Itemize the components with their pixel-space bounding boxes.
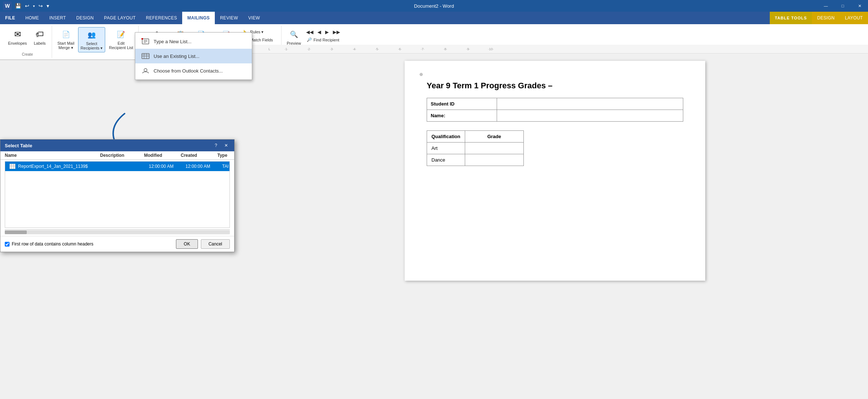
use-existing-list-item[interactable]: Use an Existing List...	[135, 49, 252, 60]
select-recipients-button[interactable]: 👥 SelectRecipients ▾	[78, 27, 105, 52]
ruler-mark-4: ·4·	[343, 47, 366, 51]
edit-recipient-icon: 📝	[115, 29, 127, 40]
tab-view[interactable]: VIEW	[243, 12, 265, 24]
ribbon-group-create: ✉ Envelopes 🏷 Labels Create	[3, 26, 52, 58]
labels-label: Labels	[34, 41, 45, 45]
select-recipients-dropdown: Type a New List... Use an Existing List.…	[135, 32, 252, 60]
start-buttons: 📄 Start MailMerge ▾ 👥 SelectRecipients ▾…	[55, 27, 135, 56]
minimize-button[interactable]: —	[817, 0, 834, 12]
ruler-mark-2: ·2·	[298, 47, 320, 51]
labels-icon: 🏷	[34, 29, 45, 40]
maximize-button[interactable]: □	[834, 0, 851, 12]
type-new-list-label: Type a New List...	[154, 39, 191, 44]
ruler-mark-3: ·3·	[320, 47, 343, 51]
tab-pagelayout[interactable]: PAGE LAYOUT	[99, 12, 141, 24]
tab-mailings[interactable]: MAILINGS	[182, 12, 215, 24]
tab-references[interactable]: REFERENCES	[141, 12, 182, 24]
svg-rect-5	[142, 53, 149, 59]
tab-design[interactable]: DESIGN	[71, 12, 99, 24]
next-record-button[interactable]: ▶	[324, 29, 330, 36]
ribbon-group-start: 📄 Start MailMerge ▾ 👥 SelectRecipients ▾…	[52, 26, 139, 58]
quick-access-toolbar: 💾 ↩ ▾ ↪ ▾	[14, 2, 50, 10]
title-bar: W 💾 ↩ ▾ ↪ ▾ Document2 - Word — □ ✕	[0, 0, 868, 12]
edit-recipient-list-button[interactable]: 📝 EditRecipient List	[107, 27, 135, 51]
envelopes-icon: ✉	[12, 29, 23, 40]
match-fields-label: Match Fields	[250, 38, 273, 42]
preview-results-icon: 🔍	[288, 29, 300, 40]
edit-recipient-label: EditRecipient List	[109, 41, 133, 50]
tab-home[interactable]: HOME	[20, 12, 44, 24]
select-recipients-icon: 👥	[86, 29, 98, 41]
ruler-mark-6: ·6·	[389, 47, 411, 51]
tab-tabletools-design[interactable]: DESIGN	[812, 12, 840, 24]
ruler: L ·1· ·2· ·3· ·4· ·5· ·6· ·7· ·8· ·9· ·1…	[242, 45, 868, 53]
find-recipient-button[interactable]: 🔎 Find Recipient	[305, 36, 342, 43]
start-mail-merge-label: Start MailMerge ▾	[57, 41, 74, 50]
envelopes-label: Envelopes	[8, 41, 27, 45]
window-controls: — □ ✕	[817, 0, 868, 12]
ruler-mark-9: ·9·	[457, 47, 479, 51]
document-area: L ·1· ·2· ·3· ·4· ·5· ·6· ·7· ·8· ·9· ·1…	[242, 45, 868, 60]
use-existing-list-label: Use an Existing List...	[154, 53, 199, 59]
tab-tabletools-layout[interactable]: LAYOUT	[840, 12, 868, 24]
ruler-mark-1: ·1·	[275, 47, 298, 51]
ruler-mark-10: ·10·	[479, 47, 502, 51]
save-button[interactable]: 💾	[14, 2, 22, 10]
redo-button[interactable]: ↪	[37, 2, 44, 10]
ribbon-tabs: FILE HOME INSERT DESIGN PAGE LAYOUT REFE…	[0, 12, 868, 24]
tab-insert[interactable]: INSERT	[44, 12, 71, 24]
start-mail-merge-icon: 📄	[60, 29, 72, 40]
find-recipient-icon: 🔎	[307, 37, 312, 42]
title-bar-left: W 💾 ↩ ▾ ↪ ▾	[0, 0, 50, 12]
ruler-mark-5: ·5·	[366, 47, 389, 51]
tab-tabletools-label: TABLE TOOLS	[770, 12, 812, 24]
create-buttons: ✉ Envelopes 🏷 Labels	[6, 27, 49, 52]
ruler-mark-7: ·7·	[411, 47, 434, 51]
undo-button[interactable]: ↩	[24, 2, 30, 10]
close-button[interactable]: ✕	[851, 0, 868, 12]
tab-file[interactable]: FILE	[0, 12, 20, 24]
start-mail-merge-button[interactable]: 📄 Start MailMerge ▾	[55, 27, 76, 52]
select-recipients-label: SelectRecipients ▾	[81, 41, 103, 51]
word-icon: W	[3, 1, 12, 10]
type-list-icon	[141, 38, 150, 45]
use-existing-icon	[141, 52, 150, 60]
ruler-marks: L ·1· ·2· ·3· ·4· ·5· ·6· ·7· ·8· ·9· ·1…	[264, 47, 502, 51]
svg-rect-4	[141, 38, 143, 40]
ruler-mark-l: L	[264, 47, 275, 51]
tab-review[interactable]: REVIEW	[215, 12, 243, 24]
ruler-mark-8: ·8·	[434, 47, 457, 51]
prev-record-button[interactable]: ◀	[316, 29, 323, 36]
envelopes-button[interactable]: ✉ Envelopes	[6, 27, 29, 47]
customize-qa[interactable]: ▾	[45, 2, 50, 10]
type-new-list-item[interactable]: Type a New List...	[135, 34, 252, 49]
create-group-label: Create	[6, 52, 49, 56]
last-record-button[interactable]: ▶▶	[331, 29, 342, 36]
first-record-button[interactable]: ◀◀	[305, 29, 315, 36]
find-recipient-label: Find Recipient	[313, 38, 339, 42]
undo-arrow[interactable]: ▾	[32, 3, 36, 9]
labels-button[interactable]: 🏷 Labels	[30, 27, 49, 47]
window-title: Document2 - Word	[414, 3, 454, 9]
